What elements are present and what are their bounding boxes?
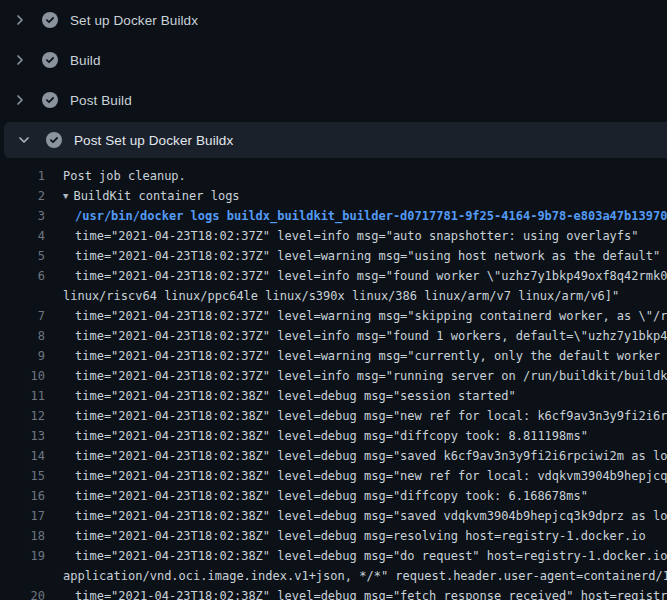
log-line-number[interactable]: 10 [0,366,45,386]
log-line-number[interactable]: 19 [0,546,45,566]
chevron-right-icon [12,52,28,68]
log-line: 6time="2021-04-23T18:02:37Z" level=info … [0,266,667,286]
log-line: 10time="2021-04-23T18:02:37Z" level=info… [0,366,667,386]
step-label: Post Build [70,93,132,108]
log-line-text: time="2021-04-23T18:02:38Z" level=debug … [45,406,667,426]
log-line-text: time="2021-04-23T18:02:38Z" level=debug … [45,426,588,446]
check-circle-icon [42,12,58,28]
log-line: 5time="2021-04-23T18:02:37Z" level=warni… [0,246,667,266]
log-line-text: ▼BuildKit container logs [45,186,240,206]
log-line: 11time="2021-04-23T18:02:38Z" level=debu… [0,386,667,406]
step-label: Post Set up Docker Buildx [74,133,233,148]
log-line: 7time="2021-04-23T18:02:37Z" level=warni… [0,306,667,326]
log-line-number[interactable]: 20 [0,586,45,600]
log-line: linux/riscv64 linux/ppc64le linux/s390x … [0,286,667,306]
log-area: 1Post job cleanup.2▼BuildKit container l… [0,160,667,600]
log-line-number[interactable]: 12 [0,406,45,426]
log-line-number[interactable]: 11 [0,386,45,406]
log-line-text: time="2021-04-23T18:02:37Z" level=warnin… [45,306,667,326]
log-line: 2▼BuildKit container logs [0,186,667,206]
log-line-number[interactable]: 6 [0,266,45,286]
log-line-text: time="2021-04-23T18:02:37Z" level=info m… [45,326,667,346]
log-line: 14time="2021-04-23T18:02:38Z" level=debu… [0,446,667,466]
steps-list: Set up Docker BuildxBuildPost BuildPost … [0,0,667,158]
log-line: 9time="2021-04-23T18:02:37Z" level=warni… [0,346,667,366]
check-circle-icon [42,52,58,68]
log-line-number[interactable]: 8 [0,326,45,346]
log-line-number[interactable]: 4 [0,226,45,246]
log-line: 8time="2021-04-23T18:02:37Z" level=info … [0,326,667,346]
log-line-number[interactable]: 9 [0,346,45,366]
chevron-right-icon [12,12,28,28]
log-line-text: time="2021-04-23T18:02:38Z" level=debug … [45,546,667,566]
chevron-down-icon [16,132,32,148]
log-line-number[interactable]: 7 [0,306,45,326]
log-line: application/vnd.oci.image.index.v1+json,… [0,566,667,586]
log-line-text: time="2021-04-23T18:02:38Z" level=debug … [45,506,667,526]
step-row[interactable]: Post Set up Docker Buildx [4,122,667,158]
log-line-text: time="2021-04-23T18:02:37Z" level=warnin… [45,346,667,366]
check-circle-icon [46,132,62,148]
log-line-number[interactable]: 15 [0,466,45,486]
log-line-text: time="2021-04-23T18:02:38Z" level=debug … [45,386,516,406]
log-line-text: time="2021-04-23T18:02:37Z" level=info m… [45,266,667,286]
log-line-number[interactable]: 13 [0,426,45,446]
step-row[interactable]: Post Build [0,80,667,120]
log-line-text: time="2021-04-23T18:02:38Z" level=debug … [45,466,667,486]
chevron-right-icon [12,92,28,108]
log-line-number[interactable]: 14 [0,446,45,466]
log-line-number[interactable]: 17 [0,506,45,526]
log-line-number[interactable]: 18 [0,526,45,546]
log-line: 15time="2021-04-23T18:02:38Z" level=debu… [0,466,667,486]
log-line-number[interactable]: 3 [0,206,45,226]
log-command-text: /usr/bin/docker logs buildx_buildkit_bui… [45,206,667,226]
log-line-text: application/vnd.oci.image.index.v1+json,… [45,566,667,586]
log-line: 16time="2021-04-23T18:02:38Z" level=debu… [0,486,667,506]
log-line-text: Post job cleanup. [45,166,186,186]
step-row[interactable]: Build [0,40,667,80]
log-line: 17time="2021-04-23T18:02:38Z" level=debu… [0,506,667,526]
log-group-toggle-icon[interactable]: ▼ [63,186,68,206]
log-line: 3/usr/bin/docker logs buildx_buildkit_bu… [0,206,667,226]
log-line: 20time="2021-04-23T18:02:38Z" level=debu… [0,586,667,600]
log-line: 18time="2021-04-23T18:02:38Z" level=debu… [0,526,667,546]
log-line-text: time="2021-04-23T18:02:38Z" level=debug … [45,446,667,466]
log-line-number[interactable]: 1 [0,166,45,186]
log-line: 12time="2021-04-23T18:02:38Z" level=debu… [0,406,667,426]
log-line-number [0,286,45,306]
log-line-number [0,566,45,586]
log-line-text: time="2021-04-23T18:02:38Z" level=debug … [45,526,646,546]
step-row[interactable]: Set up Docker Buildx [0,0,667,40]
log-line: 13time="2021-04-23T18:02:38Z" level=debu… [0,426,667,446]
log-line-text: time="2021-04-23T18:02:38Z" level=debug … [45,586,667,600]
log-line: 1Post job cleanup. [0,166,667,186]
log-line-text: linux/riscv64 linux/ppc64le linux/s390x … [45,286,619,306]
log-line-text: time="2021-04-23T18:02:37Z" level=info m… [45,366,667,386]
step-label: Set up Docker Buildx [70,13,198,28]
check-circle-icon [42,92,58,108]
log-line-number[interactable]: 16 [0,486,45,506]
log-line-text: time="2021-04-23T18:02:37Z" level=warnin… [45,246,660,266]
log-line-text: time="2021-04-23T18:02:37Z" level=info m… [45,226,639,246]
log-line: 19time="2021-04-23T18:02:38Z" level=debu… [0,546,667,566]
log-line-text: time="2021-04-23T18:02:38Z" level=debug … [45,486,588,506]
log-line: 4time="2021-04-23T18:02:37Z" level=info … [0,226,667,246]
step-label: Build [70,53,101,68]
log-line-number[interactable]: 2 [0,186,45,206]
log-line-number[interactable]: 5 [0,246,45,266]
log-group-label: BuildKit container logs [73,189,239,203]
